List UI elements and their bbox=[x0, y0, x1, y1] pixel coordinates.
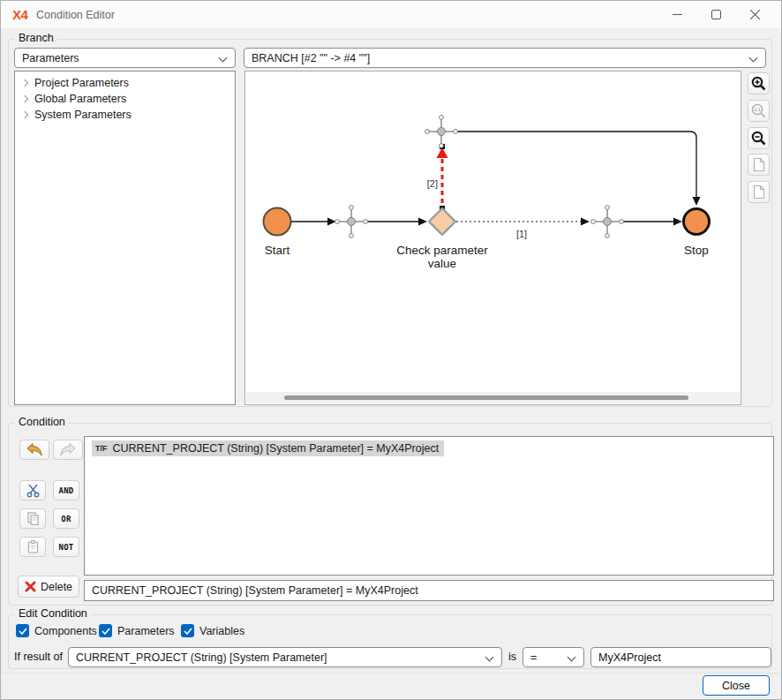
chevron-right-icon bbox=[21, 95, 28, 102]
is-label: is bbox=[508, 651, 516, 663]
checkmark-icon bbox=[184, 628, 192, 635]
checkbox-label: Components bbox=[34, 625, 97, 637]
undo-icon bbox=[25, 442, 44, 457]
and-operator-button[interactable]: AND bbox=[53, 480, 79, 501]
condition-list[interactable]: T/F CURRENT_PROJECT (String) [System Par… bbox=[84, 436, 774, 576]
workflow-diagram: [1] [2] Start Check paramet bbox=[245, 72, 741, 392]
operator-combobox[interactable]: = bbox=[523, 647, 584, 667]
zoom-in-icon bbox=[750, 75, 767, 92]
arrowhead-right bbox=[418, 218, 427, 226]
start-node-label: Start bbox=[265, 244, 290, 257]
branch-combobox[interactable]: BRANCH [#2 "" -> #4 ""] bbox=[244, 48, 766, 68]
arrowhead-right bbox=[673, 218, 682, 226]
fit-page-button[interactable] bbox=[748, 154, 770, 176]
or-label: OR bbox=[61, 515, 71, 523]
parameter-type-value: Parameters bbox=[22, 52, 79, 64]
checkbox-checked-icon bbox=[99, 624, 112, 637]
copy-icon bbox=[26, 511, 41, 526]
zoom-in-button[interactable] bbox=[748, 72, 770, 94]
checkmark-icon bbox=[19, 628, 27, 635]
comparison-value-input[interactable] bbox=[590, 647, 771, 667]
condition-editor-window: X4 Condition Editor Branch Parameters BR… bbox=[0, 0, 782, 700]
or-operator-button[interactable]: OR bbox=[53, 508, 79, 529]
branch-group: Branch Parameters BRANCH [#2 "" -> #4 ""… bbox=[8, 39, 772, 407]
checkbox-variables[interactable]: Variables bbox=[181, 624, 244, 637]
decision-node[interactable] bbox=[429, 208, 455, 235]
close-icon bbox=[750, 10, 760, 19]
checkmark-icon bbox=[102, 628, 110, 635]
true-false-icon: T/F bbox=[95, 444, 108, 453]
workflow-diagram-canvas[interactable]: [1] [2] Start Check paramet bbox=[244, 71, 741, 405]
undo-button[interactable] bbox=[19, 440, 49, 460]
condition-item-text: CURRENT_PROJECT (String) [System Paramet… bbox=[113, 442, 440, 455]
footer-bar bbox=[1, 673, 781, 700]
redo-button[interactable] bbox=[53, 440, 83, 460]
x4-logo: X4 bbox=[12, 7, 27, 22]
condition-preview-text: CURRENT_PROJECT (String) [System Paramet… bbox=[92, 584, 418, 597]
checkbox-label: Parameters bbox=[117, 625, 175, 637]
tree-item-global-parameters[interactable]: Global Parameters bbox=[15, 91, 235, 107]
start-node[interactable] bbox=[264, 208, 291, 236]
maximize-icon bbox=[711, 10, 721, 19]
edge-junction-to-stop bbox=[455, 132, 696, 199]
scrollbar-thumb[interactable] bbox=[284, 395, 688, 400]
fit-width-button[interactable] bbox=[748, 181, 770, 203]
redo-icon bbox=[58, 442, 78, 457]
maximize-button[interactable] bbox=[696, 1, 735, 28]
svg-text:1:1: 1:1 bbox=[754, 107, 761, 112]
tree-item-label: Project Parameters bbox=[34, 77, 129, 89]
zoom-out-icon bbox=[750, 130, 767, 147]
edit-condition-group: Edit Condition Components Parameters Var… bbox=[8, 614, 772, 669]
edge2-label: [2] bbox=[427, 178, 438, 189]
close-button[interactable]: Close bbox=[703, 675, 770, 696]
minimize-icon bbox=[673, 10, 682, 19]
window-title: Condition Editor bbox=[36, 9, 115, 21]
close-window-button[interactable] bbox=[735, 1, 774, 28]
not-operator-button[interactable]: NOT bbox=[53, 537, 79, 557]
tree-item-project-parameters[interactable]: Project Parameters bbox=[15, 75, 235, 91]
junction-node-1[interactable] bbox=[335, 206, 368, 238]
condition-group: Condition AND bbox=[8, 423, 772, 606]
page-icon bbox=[752, 184, 766, 199]
zoom-actual-size-button[interactable]: 1:1 bbox=[748, 100, 770, 122]
junction-node-2[interactable] bbox=[591, 206, 624, 238]
chevron-right-icon bbox=[21, 79, 28, 87]
zoom-out-button[interactable] bbox=[748, 127, 770, 149]
decision-node-label-1: Check parameter bbox=[396, 244, 488, 257]
tree-item-system-parameters[interactable]: System Parameters bbox=[15, 107, 235, 123]
diagram-horizontal-scrollbar[interactable] bbox=[246, 392, 740, 403]
minimize-button[interactable] bbox=[658, 1, 696, 28]
result-source-combobox[interactable]: CURRENT_PROJECT (String) [System Paramet… bbox=[68, 647, 502, 667]
checkbox-components[interactable]: Components bbox=[16, 624, 97, 637]
chevron-down-icon bbox=[219, 54, 228, 63]
junction-node-top[interactable] bbox=[425, 116, 458, 148]
result-source-value: CURRENT_PROJECT (String) [System Paramet… bbox=[76, 651, 327, 664]
delete-button[interactable]: Delete bbox=[18, 576, 79, 598]
operator-value: = bbox=[530, 651, 537, 664]
chevron-right-icon bbox=[21, 111, 28, 118]
checkbox-checked-icon bbox=[16, 624, 29, 637]
clipboard-icon bbox=[26, 539, 41, 554]
if-result-of-label: If result of bbox=[14, 651, 63, 663]
arrowhead-right bbox=[581, 218, 590, 226]
not-label: NOT bbox=[58, 543, 73, 552]
branch-value: BRANCH [#2 "" -> #4 ""] bbox=[252, 52, 370, 64]
condition-list-item-selected[interactable]: T/F CURRENT_PROJECT (String) [System Par… bbox=[92, 440, 444, 456]
arrowhead-down bbox=[693, 197, 701, 206]
checkbox-parameters[interactable]: Parameters bbox=[99, 624, 175, 637]
title-bar: X4 Condition Editor bbox=[1, 1, 781, 28]
parameter-type-combobox[interactable]: Parameters bbox=[14, 48, 236, 68]
delete-x-icon bbox=[25, 581, 36, 592]
cut-button[interactable] bbox=[19, 480, 46, 501]
page-icon bbox=[752, 157, 766, 172]
copy-button[interactable] bbox=[19, 508, 46, 529]
zoom-one-to-one-icon: 1:1 bbox=[750, 102, 767, 119]
edge1-label: [1] bbox=[516, 229, 527, 239]
branch-group-label: Branch bbox=[15, 32, 57, 44]
stop-node[interactable] bbox=[684, 209, 710, 235]
tree-item-label: Global Parameters bbox=[34, 93, 126, 105]
close-button-label: Close bbox=[722, 680, 750, 692]
paste-button[interactable] bbox=[19, 537, 46, 557]
decision-node-label-2: value bbox=[428, 257, 456, 270]
condition-preview-field: CURRENT_PROJECT (String) [System Paramet… bbox=[84, 580, 774, 601]
